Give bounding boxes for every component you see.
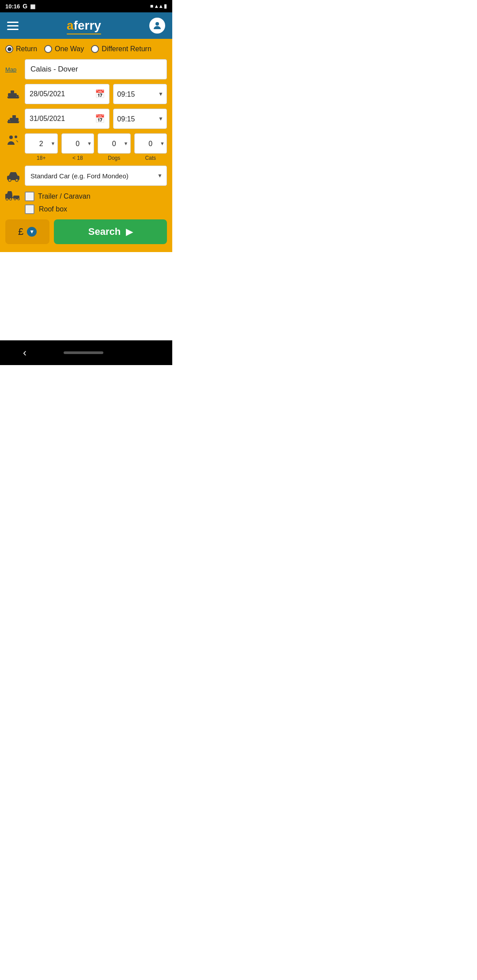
inbound-date-text: 31/05/2021	[30, 115, 65, 123]
adults-label: 18+	[37, 155, 45, 161]
currency-symbol: £	[18, 226, 23, 237]
currency-button[interactable]: £ ▼	[5, 219, 49, 244]
passenger-dropdowns: 2 0 1 3 4 18+ 0 1 2 < 18	[25, 133, 167, 161]
roofbox-row: Roof box	[5, 204, 167, 214]
return-option[interactable]: Return	[5, 45, 37, 53]
adults-select[interactable]: 2 0 1 3 4	[25, 133, 58, 154]
adults-select-wrap: 2 0 1 3 4	[25, 133, 58, 154]
logo-ferry: ferry	[74, 19, 101, 32]
status-right: ■ ▴ ▴ ▮	[150, 3, 167, 9]
inbound-time-select[interactable]: 09:15 08:00 10:00	[113, 109, 167, 129]
white-space	[0, 252, 172, 340]
route-input[interactable]	[25, 59, 167, 79]
cast-icon: ▦	[30, 3, 35, 10]
status-time: 10:16	[5, 3, 20, 10]
trailer-checkbox[interactable]	[25, 192, 34, 201]
search-form: Return One Way Different Return Map 28/0…	[0, 39, 172, 252]
svg-point-13	[15, 179, 18, 181]
outbound-ferry-icon	[5, 87, 21, 101]
logo: aferry	[67, 19, 101, 33]
vehicle-row: Standard Car (e.g. Ford Mondeo) Small Ca…	[5, 166, 167, 186]
trailer-icon	[5, 190, 21, 203]
children-group: 0 1 2 < 18	[61, 133, 95, 161]
ferry-return-icon	[6, 112, 20, 126]
trailer-row: Trailer / Caravan	[5, 190, 167, 203]
inbound-date-field[interactable]: 31/05/2021 📅	[25, 109, 110, 129]
profile-button[interactable]	[149, 18, 165, 34]
svg-point-9	[9, 136, 13, 139]
svg-rect-3	[17, 95, 19, 97]
inbound-calendar-icon: 📅	[95, 114, 105, 124]
cats-group: 0 1 2 Cats	[134, 133, 167, 161]
map-link[interactable]: Map	[5, 66, 21, 73]
one-way-option[interactable]: One Way	[44, 45, 84, 53]
outbound-time-wrapper: 09:15 08:00 10:00	[113, 84, 167, 104]
passengers-icon	[5, 133, 21, 147]
logo-a: a	[67, 19, 74, 32]
people-icon	[6, 133, 20, 147]
children-label: < 18	[72, 155, 83, 161]
children-select-wrap: 0 1 2	[61, 133, 95, 154]
cats-select[interactable]: 0 1 2	[134, 133, 167, 154]
dogs-select[interactable]: 0 1 2	[98, 133, 131, 154]
google-icon: G	[23, 3, 27, 10]
dogs-group: 0 1 2 Dogs	[98, 133, 131, 161]
hamburger-line-1	[7, 22, 19, 23]
svg-point-16	[10, 198, 12, 200]
return-radio[interactable]	[5, 45, 13, 53]
route-row: Map	[5, 59, 167, 79]
roofbox-label: Roof box	[39, 205, 67, 213]
cast-status-icon: ■	[150, 3, 153, 9]
status-bar: 10:16 G ▦ ■ ▴ ▴ ▮	[0, 0, 172, 12]
svg-marker-8	[7, 121, 19, 123]
back-button[interactable]: ‹	[14, 343, 35, 362]
outbound-date-field[interactable]: 28/05/2021 📅	[25, 84, 110, 104]
outbound-date-text: 28/05/2021	[30, 90, 65, 98]
ferry-depart-icon	[6, 87, 20, 101]
dogs-select-wrap: 0 1 2	[98, 133, 131, 154]
outbound-calendar-icon: 📅	[95, 89, 105, 99]
dogs-label: Dogs	[108, 155, 120, 161]
inbound-ferry-icon	[5, 112, 21, 126]
svg-point-12	[8, 179, 11, 181]
diff-return-radio[interactable]	[91, 45, 99, 53]
hamburger-menu[interactable]	[7, 22, 19, 30]
diff-return-label: Different Return	[102, 45, 151, 53]
signal-icon: ▴	[159, 3, 162, 9]
svg-rect-1	[8, 93, 17, 97]
passengers-row: 2 0 1 3 4 18+ 0 1 2 < 18	[5, 133, 167, 161]
children-select[interactable]: 0 1 2	[61, 133, 95, 154]
svg-rect-2	[11, 90, 14, 93]
wifi-icon: ▴	[155, 3, 158, 9]
home-indicator	[64, 351, 103, 354]
cats-label: Cats	[145, 155, 156, 161]
status-left: 10:16 G ▦	[5, 3, 35, 10]
return-label: Return	[16, 45, 37, 53]
hamburger-line-2	[7, 25, 19, 26]
adults-group: 2 0 1 3 4 18+	[25, 133, 58, 161]
svg-rect-7	[8, 120, 10, 121]
action-row: £ ▼ Search ▶	[5, 219, 167, 244]
search-label: Search	[88, 226, 121, 237]
battery-icon: ▮	[164, 3, 167, 9]
svg-rect-5	[10, 118, 19, 121]
logo-text: aferry	[67, 19, 101, 32]
inbound-time-wrapper: 09:15 08:00 10:00	[113, 109, 167, 129]
svg-point-0	[155, 22, 159, 26]
one-way-label: One Way	[55, 45, 84, 53]
roofbox-checkbox[interactable]	[25, 204, 34, 214]
outbound-time-select[interactable]: 09:15 08:00 10:00	[113, 84, 167, 104]
one-way-radio[interactable]	[44, 45, 52, 53]
inbound-datetime-row: 31/05/2021 📅 09:15 08:00 10:00	[5, 109, 167, 129]
diff-return-option[interactable]: Different Return	[91, 45, 151, 53]
currency-dropdown-icon: ▼	[27, 227, 37, 237]
svg-point-15	[6, 198, 8, 200]
trailer-vehicle-icon	[5, 190, 21, 203]
search-button[interactable]: Search ▶	[54, 219, 167, 244]
vehicle-select-wrap: Standard Car (e.g. Ford Mondeo) Small Ca…	[25, 166, 167, 186]
svg-marker-4	[7, 97, 19, 98]
trailer-label: Trailer / Caravan	[38, 192, 91, 200]
vehicle-select[interactable]: Standard Car (e.g. Ford Mondeo) Small Ca…	[25, 166, 167, 186]
outbound-datetime-row: 28/05/2021 📅 09:15 08:00 10:00	[5, 84, 167, 104]
user-icon	[152, 20, 163, 31]
